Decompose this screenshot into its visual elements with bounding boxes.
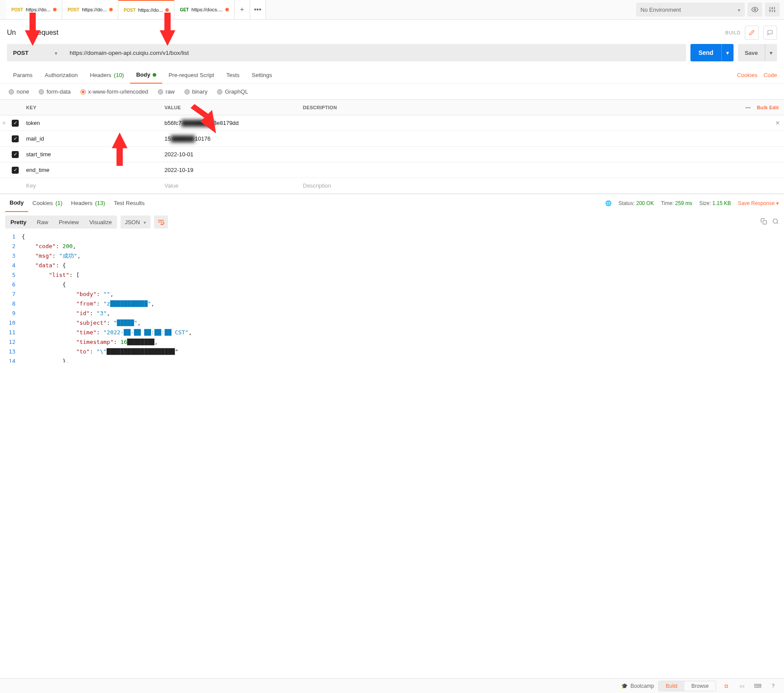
resp-tab-body[interactable]: Body — [5, 194, 28, 212]
radio-none[interactable]: none — [9, 88, 29, 95]
table-row[interactable]: ✓ mail_id 15██████10176 — [0, 131, 784, 147]
checkbox-icon[interactable]: ✓ — [12, 167, 19, 174]
tab-headers[interactable]: Headers (10) — [84, 67, 130, 84]
top-bar: POSThttps://do... POSThttps://do... POST… — [0, 0, 784, 20]
view-pretty[interactable]: Pretty — [5, 215, 32, 229]
modified-dot-icon — [53, 8, 57, 11]
send-button[interactable]: Send▾ — [690, 44, 733, 61]
environment-select[interactable]: No Environment — [636, 3, 745, 17]
request-title: Untitled Request — [7, 29, 58, 37]
radio-x-www[interactable]: x-www-form-urlencoded — [80, 88, 148, 95]
col-key: KEY — [23, 105, 161, 110]
radio-raw[interactable]: raw — [158, 88, 175, 95]
request-section-tabs: Params Authorization Headers (10) Body P… — [0, 67, 784, 84]
col-description: DESCRIPTION — [299, 105, 740, 110]
table-row[interactable]: ≡ ✓ token b56fc7████████3e8179dd ✕ — [0, 115, 784, 131]
body-kv-table: KEY VALUE DESCRIPTION ••• Bulk Edit ≡ ✓ … — [0, 99, 784, 194]
tab-overflow-button[interactable]: ••• — [250, 0, 266, 19]
checkbox-icon[interactable]: ✓ — [12, 135, 19, 142]
tab-settings[interactable]: Settings — [246, 67, 278, 84]
svg-rect-11 — [763, 221, 767, 224]
body-active-dot-icon — [153, 73, 156, 77]
url-row: POST Send▾ Save▾ — [0, 44, 784, 67]
tab-params[interactable]: Params — [7, 67, 39, 84]
resp-tab-tests[interactable]: Test Results — [110, 194, 149, 212]
send-caret-icon[interactable]: ▾ — [721, 44, 734, 61]
svg-point-0 — [754, 9, 756, 10]
tab-1[interactable]: POSThttps://do... — [62, 0, 118, 19]
code-link[interactable]: Code — [764, 72, 777, 78]
request-tabs: POSThttps://do... POSThttps://do... POST… — [0, 0, 632, 19]
drag-handle-icon[interactable]: ≡ — [0, 120, 8, 126]
url-input[interactable] — [64, 44, 686, 61]
radio-binary[interactable]: binary — [184, 88, 208, 95]
svg-point-12 — [773, 219, 777, 223]
environment-eye-icon[interactable] — [747, 3, 762, 17]
view-mode-segment: Pretty Raw Preview Visualize — [5, 215, 117, 229]
svg-line-13 — [777, 222, 778, 224]
bulk-edit-link[interactable]: Bulk Edit — [757, 105, 779, 110]
response-body-code[interactable]: 123456789101112131415 { "code": 200, "ms… — [0, 232, 784, 363]
tab-tests[interactable]: Tests — [220, 67, 245, 84]
search-icon[interactable] — [772, 218, 779, 226]
tab-3[interactable]: GEThttps://docs.... — [174, 0, 234, 19]
copy-icon[interactable] — [761, 218, 767, 226]
method-select[interactable]: POST — [7, 44, 64, 61]
tab-0[interactable]: POSThttps://do... — [6, 0, 62, 19]
save-button[interactable]: Save▾ — [738, 44, 777, 61]
request-header: Untitled Request BUILD — [0, 20, 784, 44]
edit-icon[interactable] — [745, 26, 759, 40]
wrap-lines-icon[interactable] — [154, 215, 168, 229]
comment-icon[interactable] — [763, 26, 777, 40]
modified-dot-icon — [165, 8, 169, 12]
environment-area: No Environment — [632, 0, 784, 19]
modified-dot-icon — [225, 8, 229, 11]
radio-form-data[interactable]: form-data — [39, 88, 71, 95]
resp-tab-cookies[interactable]: Cookies (1) — [28, 194, 67, 212]
save-caret-icon[interactable]: ▾ — [765, 44, 777, 61]
tab-2[interactable]: POSThttps://do... — [118, 0, 174, 19]
table-row[interactable]: ✓ end_time 2022-10-19 — [0, 162, 784, 178]
new-tab-button[interactable]: + — [235, 0, 250, 19]
view-raw[interactable]: Raw — [32, 215, 54, 229]
view-visualize[interactable]: Visualize — [84, 215, 117, 229]
tab-authorization[interactable]: Authorization — [39, 67, 84, 84]
delete-row-icon[interactable]: ✕ — [771, 120, 784, 126]
col-value: VALUE — [161, 105, 299, 110]
cookies-link[interactable]: Cookies — [737, 72, 757, 78]
build-label: BUILD — [725, 30, 740, 35]
checkbox-icon[interactable]: ✓ — [12, 151, 19, 158]
view-preview[interactable]: Preview — [54, 215, 84, 229]
save-response-button[interactable]: Save Response ▾ — [738, 200, 779, 206]
format-select[interactable]: JSON — [121, 215, 151, 229]
response-tabs: Body Cookies (1) Headers (13) Test Resul… — [0, 194, 784, 212]
table-row[interactable]: ✓ start_time 2022-10-01 — [0, 147, 784, 162]
tab-body[interactable]: Body — [130, 67, 163, 84]
modified-dot-icon — [109, 8, 113, 11]
radio-graphql[interactable]: GraphQL — [217, 88, 248, 95]
checkbox-icon[interactable]: ✓ — [12, 120, 19, 127]
globe-icon[interactable]: 🌐 — [605, 200, 612, 206]
more-options-icon[interactable]: ••• — [745, 105, 750, 110]
resp-tab-headers[interactable]: Headers (13) — [67, 194, 109, 212]
settings-icon[interactable] — [765, 3, 780, 17]
body-type-radios: none form-data x-www-form-urlencoded raw… — [0, 84, 784, 99]
response-toolbar: Pretty Raw Preview Visualize JSON — [0, 212, 784, 232]
new-row[interactable]: Key Value Description — [0, 178, 784, 194]
tab-prerequest[interactable]: Pre-request Script — [162, 67, 220, 84]
